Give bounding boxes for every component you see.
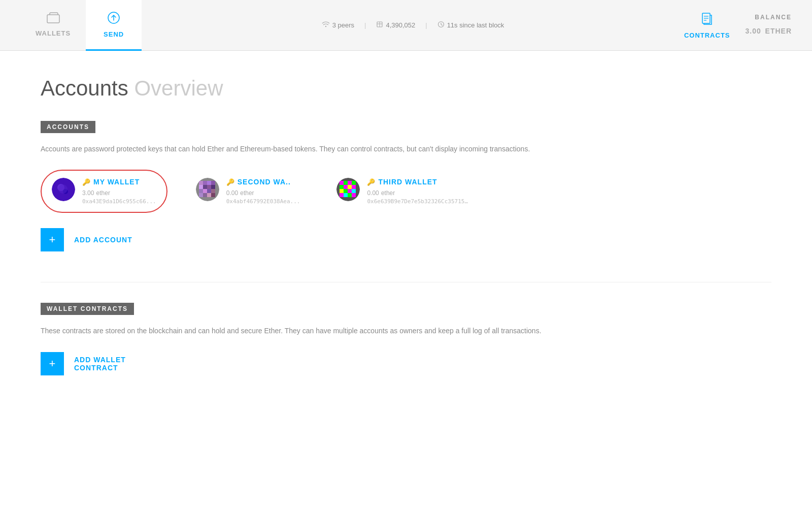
add-account-button[interactable]: +	[41, 228, 64, 251]
key-icon-1: 🔑	[82, 178, 91, 186]
wallet-name-2: 🔑 SECOND WA..	[226, 178, 300, 186]
key-icon-2: 🔑	[226, 178, 235, 186]
svg-rect-40	[348, 185, 352, 189]
separator-2: |	[425, 21, 427, 29]
svg-rect-34	[340, 181, 344, 185]
balance-unit: ETHER	[765, 27, 792, 35]
wifi-icon	[322, 21, 330, 29]
svg-rect-38	[340, 185, 344, 189]
avatar-3	[336, 178, 360, 201]
contracts-description: These contracts are stored on the blockc…	[41, 325, 771, 336]
balance-display: BALANCE 3.00 ETHER	[746, 14, 792, 37]
wallet-balance-1: 3.00 ether	[82, 188, 156, 197]
wallet-card-1[interactable]: 🔑 MY WALLET 3.00 ether 0xa43E9da1D6c955c…	[41, 170, 167, 213]
wallet-address-2: 0x4abf467992E038Aea...	[226, 198, 300, 205]
nav-left: WALLETS SEND	[20, 0, 142, 51]
clock-icon	[437, 21, 445, 29]
tab-send[interactable]: SEND	[86, 0, 142, 51]
add-account-label[interactable]: ADD ACCOUNT	[64, 236, 143, 244]
wallet-info-3: 🔑 THIRD WALLET 0.00 ether 0x6e639B9e7De7…	[367, 178, 468, 205]
svg-rect-45	[352, 189, 356, 193]
svg-rect-42	[340, 189, 344, 193]
peers-status: 3 peers	[322, 21, 354, 29]
main-content: Accounts Overview ACCOUNTS Accounts are …	[0, 51, 812, 508]
last-block-time: 11s since last block	[447, 21, 504, 29]
send-icon	[107, 11, 120, 27]
peers-count: 3 peers	[332, 21, 354, 29]
tab-wallets[interactable]: WALLETS	[20, 0, 86, 51]
wallet-info-2: 🔑 SECOND WA.. 0.00 ether 0x4abf467992E03…	[226, 178, 300, 205]
block-icon	[376, 21, 383, 29]
time-status: 11s since last block	[437, 21, 504, 29]
balance-value: 3.00 ETHER	[746, 21, 792, 37]
svg-rect-35	[344, 181, 348, 185]
wallet-icon	[47, 12, 60, 26]
accounts-description: Accounts are password protected keys tha…	[41, 143, 771, 154]
svg-rect-39	[344, 185, 348, 189]
top-nav: WALLETS SEND 3 peers |	[0, 0, 812, 51]
wallet-name-3: 🔑 THIRD WALLET	[367, 178, 468, 186]
wallets-label: WALLETS	[36, 29, 71, 37]
add-account-row: + ADD ACCOUNT	[41, 228, 771, 251]
section-divider	[41, 282, 771, 282]
accounts-section-header: ACCOUNTS	[41, 121, 95, 133]
svg-rect-44	[348, 189, 352, 193]
add-contract-button[interactable]: +	[41, 352, 64, 375]
avatar-2	[196, 178, 219, 201]
svg-rect-47	[344, 193, 348, 197]
wallet-address-3: 0x6e639B9e7De7e5b32326Cc357153DDAF41746a…	[367, 198, 468, 205]
contracts-label: CONTRACTS	[684, 31, 730, 39]
svg-rect-37	[352, 181, 356, 185]
wallet-card-2[interactable]: 🔑 SECOND WA.. 0.00 ether 0x4abf467992E03…	[188, 170, 309, 213]
svg-point-32	[196, 178, 219, 201]
svg-rect-36	[348, 181, 352, 185]
wallet-name-1: 🔑 MY WALLET	[82, 178, 156, 186]
avatar-1	[52, 178, 75, 201]
send-label: SEND	[104, 30, 124, 38]
add-contract-label[interactable]: ADD WALLET CONTRACT	[64, 356, 136, 372]
svg-rect-49	[352, 193, 356, 197]
balance-label: BALANCE	[746, 14, 792, 21]
svg-point-14	[58, 184, 67, 194]
svg-rect-48	[348, 193, 352, 197]
svg-point-2	[325, 26, 326, 27]
block-status: 4,390,052	[376, 21, 415, 29]
wallets-row: 🔑 MY WALLET 3.00 ether 0xa43E9da1D6c955c…	[41, 170, 771, 213]
nav-right: CONTRACTS BALANCE 3.00 ETHER	[684, 12, 792, 39]
page-title: Accounts Overview	[41, 76, 771, 101]
wallet-balance-3: 0.00 ether	[367, 188, 468, 197]
svg-rect-0	[47, 15, 59, 23]
wallet-balance-2: 0.00 ether	[226, 188, 300, 197]
key-icon-3: 🔑	[367, 178, 376, 186]
wallet-info-1: 🔑 MY WALLET 3.00 ether 0xa43E9da1D6c955c…	[82, 178, 156, 205]
svg-rect-46	[340, 193, 344, 197]
svg-rect-43	[344, 189, 348, 193]
nav-status: 3 peers | 4,390,052 | 11s since last blo…	[142, 21, 684, 29]
svg-rect-41	[352, 185, 356, 189]
wallet-card-3[interactable]: 🔑 THIRD WALLET 0.00 ether 0x6e639B9e7De7…	[328, 170, 477, 213]
block-count: 4,390,052	[386, 21, 415, 29]
contracts-icon	[700, 12, 714, 29]
wallet-address-1: 0xa43E9da1D6c955c66...	[82, 198, 156, 205]
separator-1: |	[364, 21, 366, 29]
contracts-nav[interactable]: CONTRACTS	[684, 12, 730, 39]
add-contract-row: + ADD WALLET CONTRACT	[41, 352, 771, 375]
contracts-section-header: WALLET CONTRACTS	[41, 303, 134, 315]
